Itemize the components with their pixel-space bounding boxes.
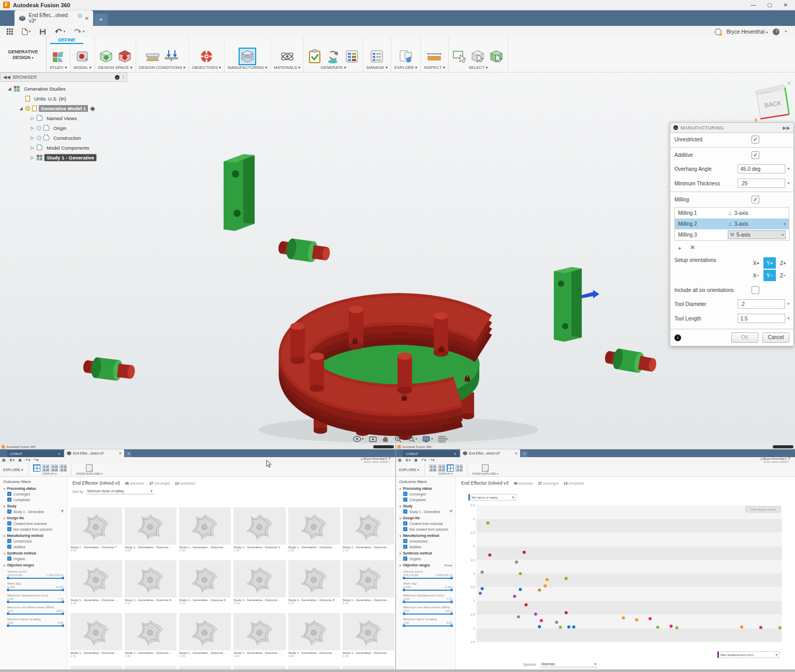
browser-item-named-views[interactable]: ▷Named Views xyxy=(0,113,127,123)
fit-icon[interactable]: ▾ xyxy=(407,435,418,443)
view-cube[interactable]: BACK X Y xyxy=(747,82,794,125)
outcome-card[interactable]: Study 1 - Generative - Outcome …3.25 xyxy=(288,613,340,665)
display-mode-grid-icon[interactable] xyxy=(33,464,40,472)
filter-section-title[interactable]: ∨Design file xyxy=(3,516,64,520)
range-slider[interactable] xyxy=(403,625,452,626)
scatter-point[interactable] xyxy=(488,553,491,557)
undo-icon[interactable]: ↶▾ xyxy=(25,458,30,462)
scatter-point[interactable] xyxy=(519,572,522,575)
filter-item[interactable]: ✓Converged xyxy=(403,492,452,496)
objective-ranges-title[interactable]: ∨Objective rangesReset xyxy=(399,563,452,567)
scatter-point[interactable] xyxy=(538,589,541,592)
manufacturing-icon[interactable] xyxy=(240,49,255,64)
ribbon-group-label[interactable]: MATERIALS ▾ xyxy=(274,65,300,70)
range-slider[interactable] xyxy=(403,602,452,603)
new-tab-button[interactable]: + xyxy=(125,451,131,457)
browser-item-model-components[interactable]: ▷Model Components xyxy=(0,143,127,153)
scatter-point[interactable] xyxy=(487,521,490,524)
ribbon-group-label[interactable]: MODEL ▾ xyxy=(73,65,91,70)
browser-item-generative-model-1[interactable]: ◢Generative Model 1◉ xyxy=(0,104,127,113)
filter-icon[interactable]: ⧩ xyxy=(61,509,64,514)
scatter-point[interactable] xyxy=(540,619,543,622)
ribbon-group-label[interactable]: INSPECT ▾ xyxy=(424,65,445,70)
file-menu-icon[interactable]: ▾ xyxy=(19,28,34,35)
grid-settings-icon[interactable]: ▾ xyxy=(438,436,448,443)
scatter-point[interactable] xyxy=(538,625,541,628)
new-tab-button[interactable]: + xyxy=(521,451,527,457)
workspace-switcher[interactable]: GENERATIVE DESIGN ▾ xyxy=(0,37,47,72)
scatter-point[interactable] xyxy=(546,578,549,581)
select-window-icon[interactable] xyxy=(452,49,467,64)
overhang-angle-input[interactable]: 45.0 deg xyxy=(738,164,785,173)
app-grid-icon[interactable]: ▦ xyxy=(398,458,402,462)
checkbox-checked-icon[interactable]: ✓ xyxy=(403,492,407,496)
select-body-grey-icon[interactable] xyxy=(470,49,486,64)
app-grid-icon[interactable]: ▦ xyxy=(2,458,6,462)
manage-icon[interactable] xyxy=(369,49,385,64)
close-icon[interactable]: ✕ xyxy=(784,2,788,8)
ribbon-group-label[interactable]: DESIGN CONDITIONS ▾ xyxy=(139,65,185,70)
ribbon-group-inspect[interactable]: INSPECT ▾ xyxy=(421,37,449,72)
scatter-point[interactable] xyxy=(565,577,568,580)
ribbon-group-label[interactable]: SELECT ▾ xyxy=(468,65,488,70)
scatter-point[interactable] xyxy=(559,625,562,629)
red-cube-icon[interactable] xyxy=(117,49,132,64)
filter-section-title[interactable]: ∨Synthesis method xyxy=(3,551,64,555)
scatter-point[interactable] xyxy=(740,625,743,629)
ribbon-group-label[interactable]: MANAGE ▾ xyxy=(366,65,388,70)
scatter-point[interactable] xyxy=(519,588,522,591)
scatter-point[interactable] xyxy=(524,603,527,606)
filter-item[interactable]: ✓Converged xyxy=(7,492,64,496)
outcome-card[interactable]: Study 1 - Generative - Outcome …2.56 xyxy=(125,613,176,665)
objective-range[interactable]: Volume (mm³)478,379.861,069,639.13 xyxy=(403,570,452,579)
ribbon-group-manage[interactable]: MANAGE ▾ xyxy=(363,37,391,72)
range-slider[interactable] xyxy=(403,590,452,591)
checkbox-checked-icon[interactable]: ✓ xyxy=(7,498,11,502)
ok-button[interactable]: OK xyxy=(731,332,758,343)
checkbox-checked-icon[interactable]: ✓ xyxy=(7,492,11,496)
milling-row-milling-1[interactable]: Milling 1⊥3-axis xyxy=(675,208,789,218)
tab-active-document[interactable]: End Effec...olved v3*✕ xyxy=(460,449,520,457)
filter-item[interactable]: ✓Additive xyxy=(7,545,64,549)
scatter-point[interactable] xyxy=(670,624,673,627)
orientation-Xminus[interactable]: X− xyxy=(750,270,762,281)
orientation-Xplus[interactable]: X+ xyxy=(750,257,762,269)
scatter-point[interactable] xyxy=(572,625,576,629)
display-mode-chart-icon[interactable] xyxy=(447,464,454,472)
scatter-point[interactable] xyxy=(567,625,570,629)
filter-section-title[interactable]: ∨Synthesis method xyxy=(399,551,452,555)
range-slider[interactable] xyxy=(7,602,64,603)
ribbon-group-design-space[interactable]: DESIGN SPACE ▾ xyxy=(95,37,136,72)
include-all-checkbox[interactable]: ✓ xyxy=(752,286,759,294)
objective-range[interactable]: Maximum von Mises stress (MPa)10.0104.2 xyxy=(7,606,64,615)
outcome-card[interactable]: Study 1 - Generative - Outcome …2.30 xyxy=(233,560,285,612)
activate-radio-icon[interactable]: ◉ xyxy=(90,105,95,112)
ribbon-group-label[interactable]: DESIGN SPACE ▾ xyxy=(98,65,132,70)
cancel-button[interactable]: Cancel xyxy=(762,332,789,343)
help-icon[interactable]: ? xyxy=(773,28,779,35)
filter-item[interactable]: ✓Completed xyxy=(7,498,64,502)
scatter-point[interactable] xyxy=(565,611,568,615)
ribbon-group-objectives[interactable]: OBJECTIVES ▾ xyxy=(189,37,225,72)
outcome-card[interactable]: Study 1 - Generative - Outcome 12.05 xyxy=(233,507,285,559)
redo-icon[interactable]: ↷▾ xyxy=(34,458,38,462)
unrestricted-checkbox[interactable]: ✓ xyxy=(752,136,759,143)
browser-header[interactable]: ◀◀ BROWSER – ⟩ xyxy=(0,72,127,82)
scatter-point[interactable] xyxy=(479,592,482,595)
ribbon-group-materials[interactable]: MATERIALS ▾ xyxy=(271,37,304,72)
tab-untitled[interactable]: Untitled*✕ xyxy=(403,450,459,457)
filter-item[interactable]: ✓Created from outcome xyxy=(403,521,452,525)
filter-section-title[interactable]: ∨Processing status xyxy=(399,487,452,490)
browser-item-construction[interactable]: ▷Construction xyxy=(0,133,127,143)
milling-row-milling-3[interactable]: Milling 3⚒5-axis▾ xyxy=(675,229,789,240)
filter-item[interactable]: ✓Completed xyxy=(403,498,452,502)
milling-row-milling-2[interactable]: Milling 2⊥3-axis▾ xyxy=(675,218,789,229)
objective-range[interactable]: Maximum displacement (mm)0.037.70 xyxy=(403,594,452,603)
expand-closed-icon[interactable]: ▷ xyxy=(30,155,35,160)
scatter-point[interactable] xyxy=(635,618,638,621)
display-mode-chart-icon[interactable] xyxy=(51,464,58,472)
checkbox-checked-icon[interactable]: ✓ xyxy=(403,557,407,561)
filter-item[interactable]: ✓Organic xyxy=(403,557,452,561)
checkbox-checked-icon[interactable]: ✓ xyxy=(403,498,407,502)
checkbox-checked-icon[interactable]: ✓ xyxy=(403,539,407,543)
